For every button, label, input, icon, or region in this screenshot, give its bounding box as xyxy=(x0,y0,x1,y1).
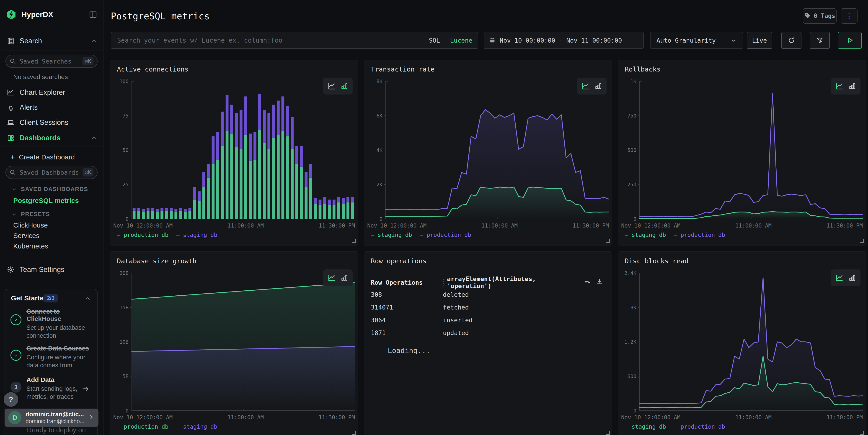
table-row[interactable]: 1871updated xyxy=(371,326,603,339)
legend-item[interactable]: — production_db xyxy=(674,424,725,430)
kebab-menu-button[interactable]: ⋮ xyxy=(841,8,858,24)
sidebar-item-team-settings[interactable]: Team Settings xyxy=(0,263,103,276)
run-query-button[interactable] xyxy=(838,32,862,49)
legend-item[interactable]: — staging_db xyxy=(625,232,666,238)
resize-handle[interactable] xyxy=(352,431,356,435)
chart-plot[interactable]: 02505007501K xyxy=(618,78,866,222)
chart-view-toggle[interactable] xyxy=(577,78,607,95)
bar-chart-icon[interactable] xyxy=(848,82,856,90)
chart-plot[interactable]: 02K4K6K8K xyxy=(364,78,613,222)
sidebar-collapse-icon[interactable] xyxy=(89,10,97,19)
sidebar-item-kubernetes[interactable]: Kubernetes xyxy=(13,242,48,250)
sidebar-item-alerts[interactable]: Alerts xyxy=(0,101,103,114)
chevron-up-icon[interactable] xyxy=(90,38,97,44)
chart-view-toggle[interactable] xyxy=(323,78,352,95)
get-started-item[interactable]: Add Data Start sending logs, metrics, or… xyxy=(26,376,81,401)
granularity-select[interactable]: Auto Granularity xyxy=(650,32,743,49)
resize-handle[interactable] xyxy=(860,431,864,435)
saved-searches-input[interactable] xyxy=(19,58,83,65)
line-chart-icon[interactable] xyxy=(327,273,336,282)
legend-item[interactable]: — production_db xyxy=(420,232,471,238)
resize-handle[interactable] xyxy=(860,239,864,243)
chart-legend[interactable]: — staging_db— production_db xyxy=(371,232,471,238)
sidebar-item-chart-explorer[interactable]: Chart Explorer xyxy=(0,86,103,99)
chart-legend[interactable]: — production_db— staging_db xyxy=(117,424,217,430)
help-button[interactable]: ? xyxy=(4,392,18,407)
sidebar-item-postgresql-metrics[interactable]: PostgreSQL metrics xyxy=(13,197,79,204)
filter-button[interactable] xyxy=(810,32,830,49)
chart-plot[interactable]: 06001.2K1.8K2.4K xyxy=(618,269,866,413)
legend-item[interactable]: — production_db xyxy=(674,232,725,238)
sidebar-item-services[interactable]: Services xyxy=(13,232,39,240)
saved-searches-search[interactable]: ⌘K xyxy=(5,55,98,68)
table-column-header[interactable]: arrayElement(Attributes, 'operation') xyxy=(447,275,584,290)
legend-item[interactable]: — production_db xyxy=(117,232,168,238)
chart-view-toggle[interactable] xyxy=(831,78,861,95)
get-started-item[interactable]: Connect to ClickHouse Set up your databa… xyxy=(26,308,88,340)
chevron-up-icon[interactable] xyxy=(84,295,91,302)
get-started-item[interactable]: Create Data Sources Configure where your… xyxy=(26,345,93,369)
lucene-mode-button[interactable]: Lucene xyxy=(450,37,472,44)
legend-item[interactable]: — staging_db xyxy=(371,232,412,238)
sql-mode-button[interactable]: SQL xyxy=(429,37,440,44)
legend-item[interactable]: — staging_db xyxy=(625,424,666,430)
bar-chart-icon[interactable] xyxy=(341,274,348,282)
user-name: dominic.tran@clic... xyxy=(26,411,88,418)
legend-item[interactable]: — staging_db xyxy=(176,232,217,238)
saved-dashboards-header[interactable]: SAVED DASHBOARDS xyxy=(11,186,88,193)
table-body[interactable]: 308deleted314071fetched3064inserted1871u… xyxy=(371,288,603,339)
column-drag-handle[interactable] xyxy=(443,279,444,286)
sidebar-item-client-sessions[interactable]: Client Sessions xyxy=(0,116,103,129)
resize-handle[interactable] xyxy=(606,431,610,435)
event-search-bar[interactable]: SQL | Lucene xyxy=(111,32,478,49)
chevron-up-icon[interactable] xyxy=(90,135,97,141)
tags-button[interactable]: 0 Tags xyxy=(803,8,837,24)
table-row[interactable]: 3064inserted xyxy=(371,313,603,326)
refresh-button[interactable] xyxy=(781,32,801,49)
download-icon[interactable] xyxy=(596,278,603,287)
line-chart-icon[interactable] xyxy=(835,273,844,282)
table-row[interactable]: 314071fetched xyxy=(371,301,603,313)
create-dashboard-button[interactable]: + Create Dashboard xyxy=(0,151,114,163)
sidebar-item-clickhouse[interactable]: ClickHouse xyxy=(13,221,48,229)
bar-chart-icon[interactable] xyxy=(594,82,602,90)
svg-text:1K: 1K xyxy=(630,78,637,84)
table-row[interactable]: 308deleted xyxy=(371,288,603,301)
bar-chart-icon[interactable] xyxy=(341,82,348,90)
line-chart-icon[interactable] xyxy=(835,82,844,91)
chart-legend[interactable]: — production_db— staging_db xyxy=(117,232,217,238)
table-column-header[interactable]: Row Operations xyxy=(371,279,443,286)
presets-header[interactable]: PRESETS xyxy=(11,211,50,218)
chart-plot[interactable]: 05B10B15B20B xyxy=(110,269,359,413)
resize-handle[interactable] xyxy=(352,239,356,243)
sidebar-item-search[interactable]: Search xyxy=(0,34,103,48)
legend-item[interactable]: — staging_db xyxy=(176,424,217,430)
legend-item[interactable]: — production_db xyxy=(117,424,168,430)
svg-text:600: 600 xyxy=(627,373,637,379)
check-circle-icon xyxy=(10,350,22,361)
event-search-input[interactable] xyxy=(117,36,429,44)
x-axis-labels: Nov 10 12:00:00 AM11:00:00 AM11:30:00 PM xyxy=(367,223,609,229)
chart-legend[interactable]: — staging_db— production_db xyxy=(625,232,725,238)
saved-dashboards-input[interactable] xyxy=(19,169,83,176)
line-chart-icon[interactable] xyxy=(327,82,336,91)
sidebar-item-dashboards[interactable]: Dashboards xyxy=(0,132,103,144)
chart-title: Row operations xyxy=(371,257,427,265)
arrow-right-icon[interactable] xyxy=(82,385,89,394)
saved-dashboards-search[interactable]: ⌘K xyxy=(5,166,98,179)
user-menu[interactable]: D dominic.tran@clic... dominic.tran@clic… xyxy=(5,409,98,427)
chart-view-toggle[interactable] xyxy=(831,269,861,286)
sidebar-item-label: Client Sessions xyxy=(20,119,68,127)
filter-rows-icon[interactable] xyxy=(584,278,591,287)
chart-title: Active connections xyxy=(117,65,188,73)
resize-handle[interactable] xyxy=(606,239,610,243)
chart-view-toggle[interactable] xyxy=(323,269,352,286)
date-range-picker[interactable]: Nov 10 00:00:00 - Nov 11 00:00:00 xyxy=(484,32,644,49)
chevron-down-icon xyxy=(730,37,737,43)
chart-plot[interactable]: 0255075100 xyxy=(110,78,359,222)
x-tick-label: 11:30:00 PM xyxy=(319,223,355,229)
bar-chart-icon[interactable] xyxy=(848,274,856,282)
live-button[interactable]: Live xyxy=(747,32,772,49)
line-chart-icon[interactable] xyxy=(581,82,590,91)
chart-legend[interactable]: — staging_db— production_db xyxy=(625,424,725,430)
